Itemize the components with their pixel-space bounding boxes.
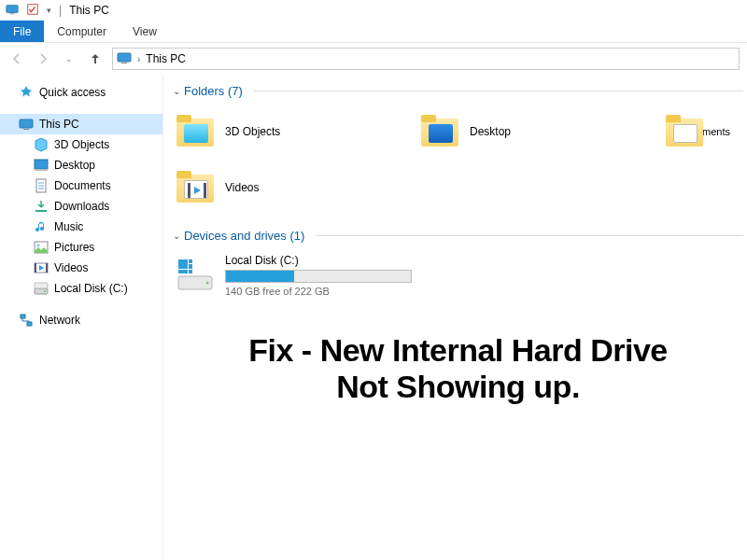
folder-desktop-icon [419, 111, 460, 152]
drive-item-local-disk-c[interactable]: Local Disk (C:) 140 GB free of 222 GB [173, 252, 453, 299]
sidebar-item-videos[interactable]: Videos [0, 258, 162, 278]
folder-documents-icon [664, 111, 669, 152]
desktop-icon [34, 158, 49, 173]
music-icon [34, 219, 49, 234]
sidebar-item-local-disk[interactable]: Local Disk (C:) [0, 278, 162, 299]
svg-rect-3 [118, 53, 131, 62]
svg-rect-8 [35, 169, 48, 171]
section-divider [254, 91, 743, 91]
sidebar-item-label: Downloads [54, 200, 109, 213]
sidebar-item-label: Local Disk (C:) [54, 282, 128, 295]
sidebar-item-pictures[interactable]: Pictures [0, 237, 162, 258]
svg-point-27 [206, 282, 209, 285]
section-title: Devices and drives (1) [184, 229, 304, 243]
sidebar-item-label: Videos [54, 261, 88, 274]
qat-properties-icon[interactable] [26, 3, 39, 19]
overlay-line-2: Not Showing up. [173, 369, 743, 405]
quick-access-toolbar: ▾ [6, 3, 51, 19]
drive-icon [34, 281, 49, 296]
svg-point-15 [37, 245, 40, 247]
chevron-down-icon: ⌄ [173, 231, 180, 241]
svg-rect-22 [21, 315, 25, 318]
folder-item-documents[interactable]: Documents [662, 107, 732, 156]
svg-rect-4 [121, 63, 127, 63]
breadcrumb-current[interactable]: This PC [146, 52, 186, 65]
sidebar-item-quick-access[interactable]: Quick access [0, 82, 162, 103]
svg-rect-23 [27, 322, 32, 326]
back-button[interactable] [7, 49, 26, 68]
svg-rect-25 [204, 183, 206, 198]
drive-label: Local Disk (C:) [225, 254, 412, 267]
overlay-line-1: Fix - New Internal Hard Drive [173, 332, 743, 369]
download-icon [34, 199, 49, 214]
tab-computer[interactable]: Computer [44, 21, 120, 42]
sidebar-item-documents[interactable]: Documents [0, 175, 162, 196]
sidebar-item-desktop[interactable]: Desktop [0, 155, 162, 175]
breadcrumb-chevron-icon[interactable]: › [137, 54, 140, 64]
navigation-pane: Quick access This PC 3D Objects Desktop … [0, 75, 163, 560]
title-bar: ▾ | This PC [0, 0, 747, 21]
sidebar-item-label: 3D Objects [54, 138, 109, 151]
sidebar-item-label: This PC [39, 118, 79, 131]
qat-dropdown-icon[interactable]: ▾ [47, 6, 51, 15]
svg-rect-0 [7, 5, 18, 12]
up-button[interactable] [86, 49, 105, 68]
app-icon [6, 3, 19, 19]
tab-file[interactable]: File [0, 21, 44, 42]
sidebar-item-label: Music [54, 220, 83, 233]
svg-rect-30 [189, 264, 192, 269]
section-divider [316, 235, 743, 236]
svg-rect-24 [188, 183, 190, 198]
sidebar-item-this-pc[interactable]: This PC [0, 114, 162, 134]
folder-item-3d-objects[interactable]: 3D Objects [173, 107, 406, 156]
svg-rect-31 [178, 270, 188, 273]
folder-label: 3D Objects [225, 125, 280, 138]
folder-videos-icon [175, 167, 216, 208]
folder-item-desktop[interactable]: Desktop [417, 107, 651, 156]
folder-label: Desktop [470, 125, 511, 138]
cube-icon [34, 137, 49, 152]
sidebar-item-label: Desktop [54, 159, 95, 172]
svg-rect-28 [178, 259, 188, 269]
star-icon [19, 85, 34, 100]
svg-rect-32 [189, 270, 192, 273]
sidebar-item-music[interactable]: Music [0, 217, 162, 237]
chevron-down-icon: ⌄ [173, 86, 180, 96]
drive-icon [175, 254, 216, 295]
folders-grid: 3D Objects Desktop Documents Videos [173, 107, 743, 212]
picture-icon [34, 240, 49, 255]
sidebar-item-label: Documents [54, 179, 111, 192]
svg-rect-13 [35, 210, 47, 212]
svg-rect-17 [35, 263, 36, 273]
pc-icon [19, 117, 34, 132]
svg-point-20 [44, 290, 46, 292]
section-title: Folders (7) [184, 84, 243, 98]
video-icon [34, 260, 49, 275]
svg-rect-7 [35, 160, 48, 169]
forward-button[interactable] [34, 49, 52, 68]
drive-usage-fill [226, 271, 294, 282]
sidebar-item-label: Quick access [39, 86, 106, 99]
sidebar-item-network[interactable]: Network [0, 310, 162, 330]
document-icon [34, 178, 49, 193]
sidebar-item-label: Pictures [54, 241, 94, 254]
address-bar[interactable]: › This PC [112, 48, 740, 70]
svg-rect-21 [35, 283, 48, 288]
section-header-folders[interactable]: ⌄ Folders (7) [173, 84, 743, 98]
sidebar-item-3d-objects[interactable]: 3D Objects [0, 134, 162, 155]
folder-3d-icon [175, 111, 216, 152]
titlebar-separator: | [59, 4, 62, 17]
section-header-drives[interactable]: ⌄ Devices and drives (1) [173, 229, 743, 243]
svg-rect-1 [9, 13, 14, 14]
ribbon-tabs: File Computer View [0, 21, 747, 43]
svg-rect-5 [20, 119, 33, 128]
folder-item-videos[interactable]: Videos [173, 163, 406, 212]
sidebar-item-downloads[interactable]: Downloads [0, 196, 162, 217]
content-pane: ⌄ Folders (7) 3D Objects Desktop Documen… [163, 75, 747, 560]
address-pc-icon [117, 50, 132, 68]
tab-view[interactable]: View [120, 21, 170, 42]
svg-rect-18 [46, 263, 48, 273]
svg-rect-6 [23, 129, 29, 130]
recent-locations-button[interactable]: ⌄ [60, 49, 78, 68]
svg-rect-29 [189, 259, 192, 263]
